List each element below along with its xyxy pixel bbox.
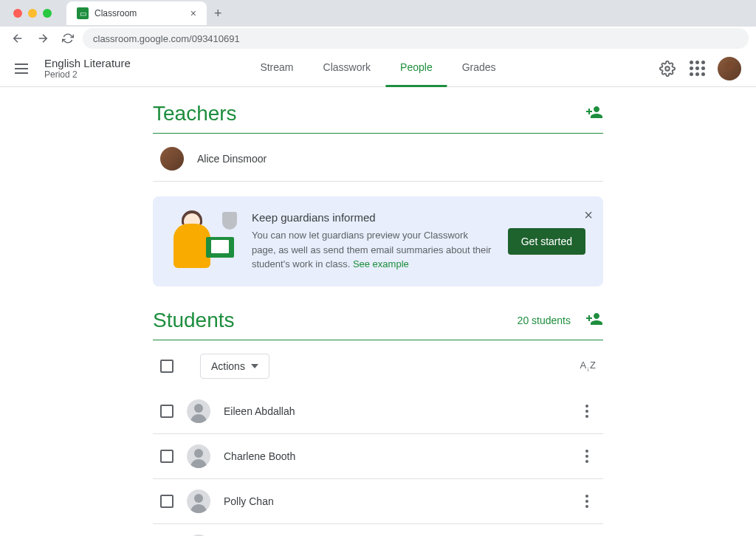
main-content: Teachers Alice Dinsmoor ➤ Keep guardians… <box>153 87 603 536</box>
sort-button[interactable]: A↓Z <box>580 360 596 373</box>
nav-tabs: Stream Classwork People Grades <box>245 50 510 87</box>
forward-button[interactable] <box>32 28 53 49</box>
chevron-down-icon <box>251 364 258 368</box>
teacher-avatar <box>160 147 184 171</box>
students-header: Students 20 students <box>153 309 603 340</box>
maximize-window-icon[interactable] <box>43 9 52 18</box>
account-avatar[interactable] <box>718 57 741 80</box>
new-tab-button[interactable]: + <box>207 6 230 21</box>
banner-body: You can now let guardians preview your C… <box>252 228 493 272</box>
student-count: 20 students <box>518 315 571 326</box>
student-name: Charlene Booth <box>224 450 295 462</box>
svg-point-0 <box>665 66 670 71</box>
student-checkbox[interactable] <box>160 405 173 418</box>
header-right <box>659 57 741 80</box>
banner-illustration <box>171 212 237 271</box>
main-menu-button[interactable] <box>15 60 32 78</box>
invite-teacher-button[interactable] <box>585 103 603 124</box>
guardians-banner: Keep guardians informed You can now let … <box>153 196 603 286</box>
address-bar[interactable]: classroom.google.com/093410691 <box>83 28 749 49</box>
browser-tab[interactable]: ▭ Classroom × <box>66 1 207 25</box>
class-info[interactable]: English Literature Period 2 <box>44 57 131 80</box>
teacher-name: Alice Dinsmoor <box>197 153 267 165</box>
student-avatar <box>187 444 210 468</box>
tab-classwork[interactable]: Classwork <box>309 50 386 87</box>
get-started-button[interactable]: Get started <box>508 228 585 255</box>
student-avatar <box>187 399 210 423</box>
back-button[interactable] <box>7 28 28 49</box>
tab-strip: ▭ Classroom × + <box>0 0 756 27</box>
student-row: Charlene Booth <box>153 434 603 479</box>
class-subtitle: Period 2 <box>44 69 131 80</box>
address-row: classroom.google.com/093410691 <box>0 27 756 50</box>
app-header: English Literature Period 2 Stream Class… <box>0 50 756 87</box>
student-avatar <box>187 489 210 513</box>
student-row: Eileen Abdallah <box>153 389 603 434</box>
student-name: Polly Chan <box>224 495 274 507</box>
select-all-checkbox[interactable] <box>160 360 173 373</box>
google-apps-button[interactable] <box>688 60 706 78</box>
student-more-button[interactable] <box>578 495 596 508</box>
student-name: Eileen Abdallah <box>224 405 295 417</box>
students-title: Students <box>153 309 235 332</box>
invite-student-button[interactable] <box>585 310 603 331</box>
tab-title: Classroom <box>94 8 137 18</box>
teachers-title: Teachers <box>153 102 237 126</box>
window-controls <box>6 9 59 18</box>
teacher-row: Alice Dinsmoor <box>153 137 603 182</box>
student-checkbox[interactable] <box>160 495 173 508</box>
student-checkbox[interactable] <box>160 450 173 463</box>
tab-people[interactable]: People <box>385 50 447 87</box>
teachers-header: Teachers <box>153 102 603 134</box>
url-text: classroom.google.com/093410691 <box>93 33 240 44</box>
tab-grades[interactable]: Grades <box>447 50 511 87</box>
banner-title: Keep guardians informed <box>252 211 493 224</box>
student-more-button[interactable] <box>578 450 596 463</box>
reload-button[interactable] <box>58 28 78 49</box>
minimize-window-icon[interactable] <box>28 9 37 18</box>
browser-chrome: ▭ Classroom × + classroom.google.com/093… <box>0 0 756 50</box>
students-toolbar: Actions A↓Z <box>153 343 603 389</box>
student-more-button[interactable] <box>578 405 596 418</box>
settings-button[interactable] <box>659 60 676 78</box>
tab-close-icon[interactable]: × <box>190 7 196 19</box>
class-name: English Literature <box>44 57 131 69</box>
see-example-link[interactable]: See example <box>353 258 409 269</box>
student-row: Marian Chung <box>153 524 603 537</box>
student-row: Polly Chan <box>153 479 603 524</box>
actions-dropdown[interactable]: Actions <box>200 354 269 379</box>
tab-stream[interactable]: Stream <box>245 50 308 87</box>
close-window-icon[interactable] <box>13 9 22 18</box>
classroom-favicon-icon: ▭ <box>77 7 89 19</box>
banner-close-button[interactable]: × <box>584 207 593 224</box>
